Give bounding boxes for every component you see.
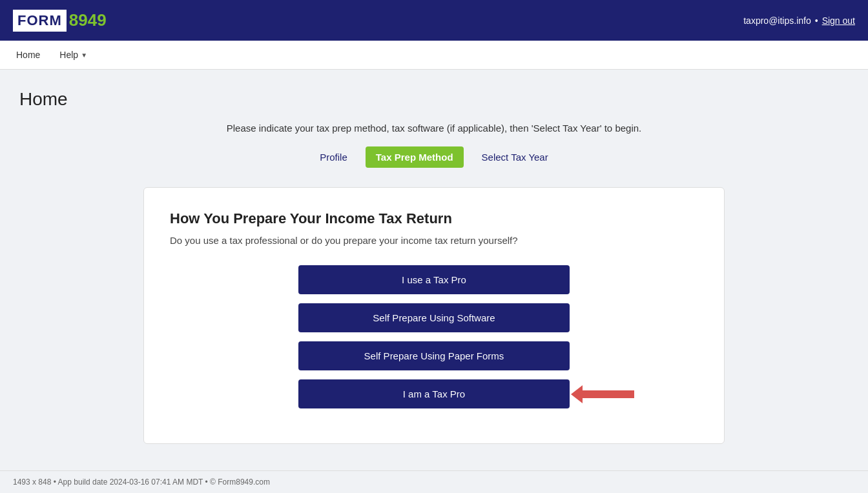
nav-item-help[interactable]: Help ▼ [56, 50, 90, 60]
sign-out-link[interactable]: Sign out [822, 15, 855, 26]
arrow-indicator [583, 390, 634, 398]
logo-number-text: 8949 [69, 10, 107, 30]
page-title: Home [19, 89, 855, 110]
app-header: FORM 8949 taxpro@itips.info • Sign out [0, 0, 868, 41]
tab-profile[interactable]: Profile [309, 146, 358, 168]
app-footer: 1493 x 848 • App build date 2024-03-16 0… [0, 470, 868, 493]
main-nav: Home Help ▼ [0, 41, 868, 70]
main-content: Home Please indicate your tax prep metho… [0, 70, 868, 457]
header-user-info: taxpro@itips.info • Sign out [743, 15, 855, 26]
self-prepare-software-button[interactable]: Self Prepare Using Software [298, 303, 570, 332]
option-row-1: Self Prepare Using Software [170, 303, 698, 332]
footer-text: 1493 x 848 • App build date 2024-03-16 0… [13, 478, 270, 487]
logo: FORM 8949 [13, 10, 107, 32]
tab-select-tax-year[interactable]: Select Tax Year [471, 146, 559, 168]
chevron-down-icon: ▼ [81, 52, 87, 59]
logo-form-text: FORM [13, 10, 67, 32]
card-description: Do you use a tax professional or do you … [170, 235, 698, 246]
user-email: taxpro@itips.info [743, 15, 811, 26]
option-row-0: I use a Tax Pro [170, 265, 698, 294]
option-row-3: I am a Tax Pro [170, 379, 698, 408]
self-prepare-paper-button[interactable]: Self Prepare Using Paper Forms [298, 341, 570, 370]
option-row-2: Self Prepare Using Paper Forms [170, 341, 698, 370]
use-tax-pro-button[interactable]: I use a Tax Pro [298, 265, 570, 294]
tab-tax-prep-method[interactable]: Tax Prep Method [366, 146, 464, 168]
nav-help-label: Help [59, 50, 78, 60]
nav-item-home[interactable]: Home [13, 50, 43, 60]
tax-prep-card: How You Prepare Your Income Tax Return D… [143, 187, 725, 444]
i-am-tax-pro-button[interactable]: I am a Tax Pro [298, 379, 570, 408]
page-subtitle: Please indicate your tax prep method, ta… [13, 123, 855, 134]
header-separator: • [815, 15, 818, 26]
tab-bar: Profile Tax Prep Method Select Tax Year [13, 146, 855, 168]
card-title: How You Prepare Your Income Tax Return [170, 210, 698, 227]
